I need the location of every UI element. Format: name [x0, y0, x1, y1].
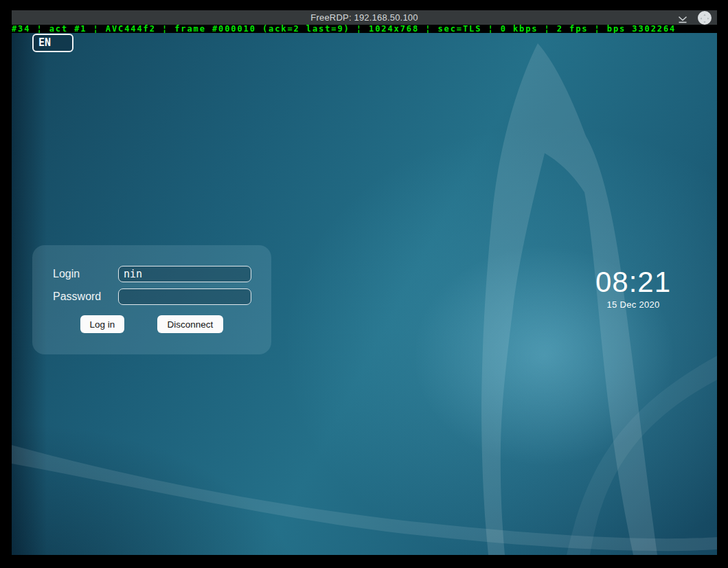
- password-input[interactable]: [118, 288, 251, 305]
- expand-arrows-icon: [698, 13, 712, 24]
- clock-time: 08:21: [516, 266, 717, 299]
- freerdp-window: FreeRDP: 192.168.50.100: [12, 10, 717, 555]
- disconnect-button[interactable]: Disconnect: [157, 315, 223, 333]
- login-input[interactable]: [118, 266, 251, 282]
- connection-status-text: #34 ¦ act #1 ¦ AVC444f2 ¦ frame #000010 …: [12, 25, 717, 33]
- clock-widget: 08:21 15 Dec 2020: [516, 266, 717, 310]
- login-label: Login: [53, 266, 80, 282]
- connection-status-bar: #34 ¦ act #1 ¦ AVC444f2 ¦ frame #000010 …: [12, 25, 717, 33]
- maximize-button[interactable]: [698, 11, 712, 25]
- titlebar[interactable]: FreeRDP: 192.168.50.100: [12, 10, 717, 25]
- password-label: Password: [53, 288, 101, 305]
- window-title: FreeRDP: 192.168.50.100: [12, 10, 717, 25]
- log-in-button[interactable]: Log in: [80, 315, 124, 333]
- minimize-icon: [676, 15, 690, 23]
- login-panel: Login Password Log in Disconnect: [32, 245, 271, 354]
- remote-desktop: EN Login Password Log in Disconnect 08:2…: [12, 33, 717, 555]
- minimize-button[interactable]: [676, 10, 690, 25]
- language-indicator[interactable]: EN: [32, 34, 73, 52]
- clock-date: 15 Dec 2020: [516, 299, 717, 310]
